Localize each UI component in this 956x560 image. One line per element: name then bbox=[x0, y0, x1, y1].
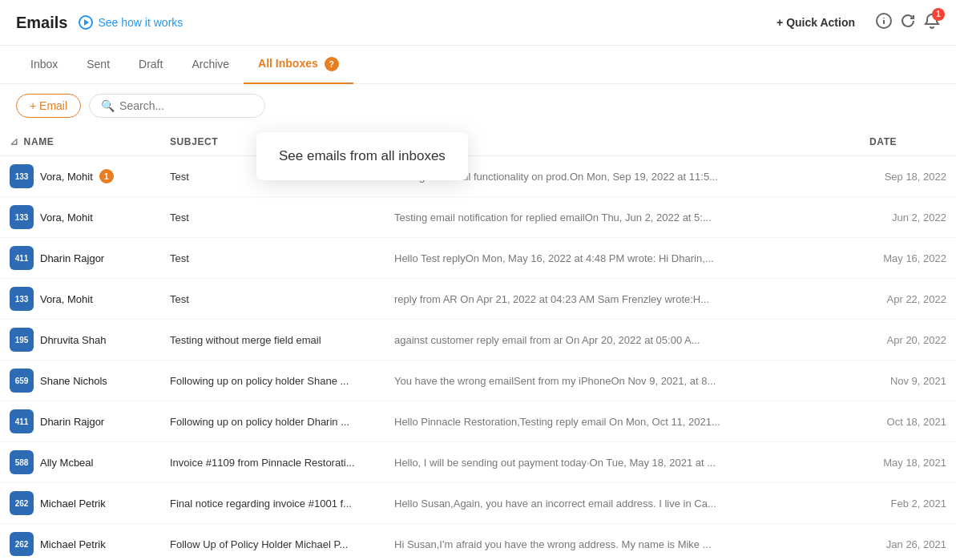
col-header-name: ⊿ NAME bbox=[0, 127, 160, 156]
subject-cell: Follow Up of Policy Holder Michael P... bbox=[160, 524, 385, 561]
contact-name: Dharin Rajgor bbox=[40, 416, 104, 428]
date-cell: Apr 20, 2022 bbox=[860, 320, 956, 361]
table-row[interactable]: 133 Vora, Mohit TestTesting email notifi… bbox=[0, 197, 956, 238]
table-row[interactable]: 588 Ally Mcbeal Invoice #1109 from Pinna… bbox=[0, 442, 956, 483]
preview-cell: against customer reply email from ar On … bbox=[385, 320, 860, 361]
top-bar: Emails See how it works + Quick Action 1 bbox=[0, 0, 956, 46]
preview-cell: Hello Susan,Again, you have an incorrect… bbox=[385, 483, 860, 524]
name-cell: 659 Shane Nichols bbox=[0, 361, 160, 401]
tooltip-text: See emails from all inboxes bbox=[279, 148, 446, 163]
table-header: ⊿ NAME SUBJECT DATE bbox=[0, 127, 956, 156]
date-cell: Feb 2, 2021 bbox=[860, 483, 956, 524]
avatar: 262 bbox=[10, 532, 34, 556]
refresh-button[interactable] bbox=[900, 13, 916, 33]
avatar: 195 bbox=[10, 328, 34, 352]
contact-name: Ally Mcbeal bbox=[40, 457, 93, 469]
avatar: 411 bbox=[10, 246, 34, 270]
table-row[interactable]: 659 Shane Nichols Following up on policy… bbox=[0, 361, 956, 401]
subject-cell: Test bbox=[160, 279, 385, 320]
table-row[interactable]: 133 Vora, Mohit Testreply from AR On Apr… bbox=[0, 279, 956, 320]
date-cell: Sep 18, 2022 bbox=[860, 156, 956, 197]
date-cell: May 18, 2021 bbox=[860, 442, 956, 483]
notification-badge: 1 bbox=[932, 8, 945, 21]
name-cell: 133 Vora, Mohit bbox=[0, 197, 160, 238]
search-box: 🔍 bbox=[89, 94, 265, 118]
play-icon bbox=[79, 15, 93, 30]
date-cell: Nov 9, 2021 bbox=[860, 361, 956, 401]
info-button[interactable] bbox=[876, 13, 892, 33]
name-cell: 411 Dharin Rajgor bbox=[0, 238, 160, 279]
avatar: 133 bbox=[10, 205, 34, 229]
date-cell: Jan 26, 2021 bbox=[860, 524, 956, 561]
see-how-label: See how it works bbox=[98, 16, 183, 29]
table-row[interactable]: 262 Michael Petrik Follow Up of Policy H… bbox=[0, 524, 956, 561]
contact-name: Dhruvita Shah bbox=[40, 334, 106, 346]
table-row[interactable]: 262 Michael Petrik Final notice regardin… bbox=[0, 483, 956, 524]
top-icons: 1 bbox=[876, 13, 940, 33]
subject-cell: Invoice #1109 from Pinnacle Restorati... bbox=[160, 442, 385, 483]
contact-name: Vora, Mohit bbox=[40, 212, 93, 224]
avatar: 659 bbox=[10, 369, 34, 393]
col-header-date: DATE bbox=[860, 127, 956, 156]
name-cell: 133 Vora, Mohit bbox=[0, 279, 160, 320]
contact-name: Dharin Rajgor bbox=[40, 252, 104, 264]
contact-name: Vora, Mohit bbox=[40, 293, 93, 305]
subject-cell: Following up on policy holder Shane ... bbox=[160, 361, 385, 401]
table-row[interactable]: 195 Dhruvita Shah Testing without merge … bbox=[0, 320, 956, 361]
add-email-button[interactable]: + Email bbox=[16, 94, 81, 118]
tab-all-inboxes[interactable]: All Inboxes ? bbox=[244, 46, 353, 84]
name-cell: 195 Dhruvita Shah bbox=[0, 320, 160, 361]
contact-name: Vora, Mohit bbox=[40, 171, 93, 183]
preview-cell: reply from AR On Apr 21, 2022 at 04:23 A… bbox=[385, 279, 860, 320]
name-cell: 588 Ally Mcbeal bbox=[0, 442, 160, 483]
filter-icon[interactable]: ⊿ bbox=[10, 135, 19, 147]
subject-cell: Test bbox=[160, 238, 385, 279]
page-title: Emails bbox=[16, 14, 67, 32]
table-row[interactable]: 133 Vora, Mohit 1 Testtesting CC email f… bbox=[0, 156, 956, 197]
name-cell: 411 Dharin Rajgor bbox=[0, 401, 160, 442]
unread-badge: 1 bbox=[99, 169, 114, 183]
avatar: 133 bbox=[10, 287, 34, 311]
name-cell: 262 Michael Petrik bbox=[0, 524, 160, 561]
preview-cell: Testing email notification for replied e… bbox=[385, 197, 860, 238]
avatar: 262 bbox=[10, 491, 34, 515]
top-bar-left: Emails See how it works bbox=[16, 14, 183, 32]
notifications-button[interactable]: 1 bbox=[924, 13, 940, 33]
quick-action-button[interactable]: + Quick Action bbox=[767, 11, 865, 34]
email-table-body: 133 Vora, Mohit 1 Testtesting CC email f… bbox=[0, 156, 956, 561]
subject-cell: Testing without merge field email bbox=[160, 320, 385, 361]
search-input[interactable] bbox=[119, 99, 248, 112]
contact-name: Michael Petrik bbox=[40, 538, 106, 550]
name-cell: 133 Vora, Mohit 1 bbox=[0, 156, 160, 197]
tab-archive[interactable]: Archive bbox=[177, 46, 244, 83]
contact-name: Michael Petrik bbox=[40, 498, 106, 510]
tab-draft[interactable]: Draft bbox=[124, 46, 177, 83]
date-cell: Jun 2, 2022 bbox=[860, 197, 956, 238]
top-bar-right: + Quick Action 1 bbox=[767, 11, 940, 34]
preview-cell: Hello Test replyOn Mon, May 16, 2022 at … bbox=[385, 238, 860, 279]
preview-cell: Hello Pinnacle Restoration,Testing reply… bbox=[385, 401, 860, 442]
avatar: 133 bbox=[10, 164, 34, 188]
see-how-link[interactable]: See how it works bbox=[79, 15, 183, 30]
all-inboxes-tooltip: See emails from all inboxes bbox=[256, 132, 468, 180]
email-table: ⊿ NAME SUBJECT DATE 133 Vora, Mohit 1 Te… bbox=[0, 127, 956, 560]
table-row[interactable]: 411 Dharin Rajgor Following up on policy… bbox=[0, 401, 956, 442]
preview-cell: Hello, I will be sending out payment tod… bbox=[385, 442, 860, 483]
all-inboxes-badge: ? bbox=[325, 57, 339, 71]
date-cell: May 16, 2022 bbox=[860, 238, 956, 279]
preview-cell: You have the wrong emailSent from my iPh… bbox=[385, 361, 860, 401]
preview-cell: Hi Susan,I'm afraid you have the wrong a… bbox=[385, 524, 860, 561]
subject-cell: Following up on policy holder Dharin ... bbox=[160, 401, 385, 442]
svg-point-2 bbox=[883, 17, 885, 18]
avatar: 588 bbox=[10, 450, 34, 474]
toolbar: + Email 🔍 See emails from all inboxes bbox=[0, 84, 956, 127]
tab-sent[interactable]: Sent bbox=[72, 46, 124, 83]
date-cell: Apr 22, 2022 bbox=[860, 279, 956, 320]
date-cell: Oct 18, 2021 bbox=[860, 401, 956, 442]
avatar: 411 bbox=[10, 409, 34, 433]
search-icon: 🔍 bbox=[101, 99, 115, 112]
tab-inbox[interactable]: Inbox bbox=[16, 46, 72, 83]
contact-name: Shane Nichols bbox=[40, 375, 107, 387]
table-row[interactable]: 411 Dharin Rajgor TestHello Test replyOn… bbox=[0, 238, 956, 279]
subject-cell: Final notice regarding invoice #1001 f..… bbox=[160, 483, 385, 524]
